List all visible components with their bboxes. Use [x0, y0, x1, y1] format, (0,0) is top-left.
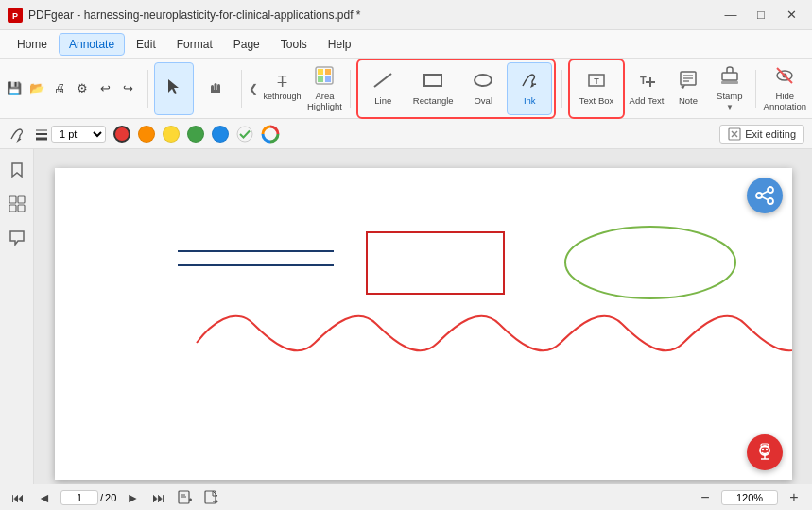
hand-icon	[206, 77, 225, 99]
svg-point-40	[756, 193, 762, 198]
quick-open-button[interactable]: 📂	[26, 78, 47, 99]
oval-tool-button[interactable]: Oval	[460, 62, 506, 115]
sidebar-item-thumbnail[interactable]	[4, 191, 30, 217]
zoom-in-button[interactable]: +	[784, 487, 804, 508]
svg-text:T: T	[640, 75, 647, 86]
redo-button[interactable]: ↪	[117, 78, 138, 99]
sidebar-item-bookmark[interactable]	[4, 157, 30, 183]
rectangle-tool-button[interactable]: Rectangle	[406, 62, 459, 115]
color-orange[interactable]	[138, 126, 155, 143]
extract-button[interactable]	[201, 487, 222, 508]
area-highlight-label: Area Highlight	[307, 91, 343, 112]
minimize-button[interactable]: —	[717, 6, 744, 25]
color-check-icon[interactable]	[236, 126, 253, 143]
menu-bar: Home Annotate Edit Format Page Tools Hel…	[0, 30, 812, 59]
svg-point-31	[237, 127, 252, 142]
app-icon: P	[8, 8, 23, 23]
quick-save-button[interactable]: 💾	[4, 78, 25, 99]
menu-page[interactable]: Page	[224, 34, 269, 55]
drawing-ink	[197, 316, 792, 351]
close-button[interactable]: ✕	[778, 6, 804, 25]
strikethrough-tool-button[interactable]: T kethrough	[262, 62, 303, 115]
ink-sub-icon	[8, 125, 26, 144]
select-icon	[164, 77, 183, 99]
ink-tool-button[interactable]: Ink	[507, 62, 552, 115]
select-tool-button[interactable]	[154, 62, 194, 115]
sidebar-item-comment[interactable]	[4, 225, 30, 251]
color-blue[interactable]	[212, 126, 229, 143]
exit-editing-button[interactable]: Exit editing	[719, 125, 804, 144]
first-page-button[interactable]: ⏮	[8, 487, 28, 508]
add-page-button[interactable]	[175, 487, 196, 508]
menu-home[interactable]: Home	[8, 34, 57, 55]
total-pages: 20	[105, 492, 116, 503]
stamp-label: Stamp	[717, 91, 742, 101]
menu-annotate[interactable]: Annotate	[59, 33, 125, 56]
separator-1	[147, 70, 148, 108]
toolbar: 💾 📂 🖨 ⚙ ↩ ↪ ❮ T kethrough	[0, 59, 812, 119]
color-picker-icon[interactable]	[261, 125, 280, 144]
zoom-level-input[interactable]	[721, 490, 778, 505]
svg-rect-7	[318, 69, 323, 75]
collapse-button[interactable]: ❮	[248, 62, 260, 115]
last-page-button[interactable]: ⏭	[148, 487, 169, 508]
next-page-button[interactable]: ►	[122, 487, 143, 508]
quick-settings-button[interactable]: ⚙	[72, 78, 93, 99]
menu-edit[interactable]: Edit	[127, 34, 165, 55]
status-bar: ⏮ ◄ / 20 ► ⏭ −	[0, 484, 812, 510]
stamp-tool-button[interactable]: Stamp ▼	[710, 62, 750, 115]
undo-button[interactable]: ↩	[95, 78, 115, 99]
svg-text:T: T	[594, 76, 599, 86]
window-title: PDFgear - harnessing-neuroplasticity-for…	[28, 8, 361, 22]
svg-rect-24	[721, 81, 738, 84]
svg-rect-12	[424, 75, 441, 86]
separator-3	[350, 70, 351, 108]
oval-label: Oval	[474, 95, 492, 106]
fab-share-button[interactable]	[747, 178, 783, 213]
canvas-area	[34, 149, 812, 484]
color-red[interactable]	[113, 126, 130, 143]
hide-annotation-tool-button[interactable]: Hide Annotation	[762, 62, 808, 115]
current-page-input[interactable]	[60, 490, 98, 505]
stroke-width-select[interactable]: 0.5 pt 1 pt 2 pt 3 pt 4 pt	[51, 126, 106, 143]
svg-line-43	[762, 197, 768, 200]
svg-text:P: P	[12, 11, 18, 21]
svg-point-13	[475, 75, 492, 86]
color-green[interactable]	[187, 126, 204, 143]
pdf-page	[55, 168, 792, 480]
maximize-button[interactable]: □	[748, 6, 774, 25]
menu-tools[interactable]: Tools	[271, 34, 317, 55]
note-label: Note	[679, 95, 698, 106]
drawing-ellipse	[565, 227, 735, 298]
zoom-out-button[interactable]: −	[695, 487, 716, 508]
svg-point-39	[768, 187, 773, 193]
svg-point-46	[765, 449, 767, 450]
window-controls: — □ ✕	[717, 6, 804, 25]
strikethrough-label: kethrough	[264, 92, 302, 102]
hand-tool-button[interactable]	[196, 62, 235, 115]
add-text-tool-button[interactable]: T Add Text	[627, 62, 666, 115]
color-yellow[interactable]	[163, 126, 180, 143]
text-box-tool-button[interactable]: T Text Box	[572, 62, 621, 115]
quick-print-button[interactable]: 🖨	[49, 78, 70, 99]
ink-icon	[519, 70, 540, 94]
stamp-icon	[719, 65, 740, 89]
menu-help[interactable]: Help	[319, 34, 361, 55]
svg-rect-37	[9, 205, 16, 212]
area-highlight-icon	[314, 65, 335, 89]
add-text-icon: T	[636, 70, 657, 94]
note-tool-button[interactable]: Note	[668, 62, 708, 115]
stamp-dropdown-icon: ▼	[726, 103, 734, 111]
exit-icon	[728, 128, 741, 141]
svg-point-41	[768, 198, 773, 204]
svg-rect-38	[18, 205, 25, 212]
menu-format[interactable]: Format	[167, 34, 222, 55]
area-highlight-tool-button[interactable]: Area Highlight	[305, 62, 345, 115]
line-tool-button[interactable]: Line	[360, 62, 406, 115]
rectangle-label: Rectangle	[413, 95, 454, 106]
hide-annotation-label: Hide Annotation	[764, 91, 806, 112]
navigation-controls: ⏮ ◄ / 20 ► ⏭	[8, 487, 222, 508]
prev-page-button[interactable]: ◄	[34, 487, 55, 508]
stroke-width-icon	[34, 127, 49, 142]
fab-assistant-button[interactable]	[747, 434, 783, 470]
